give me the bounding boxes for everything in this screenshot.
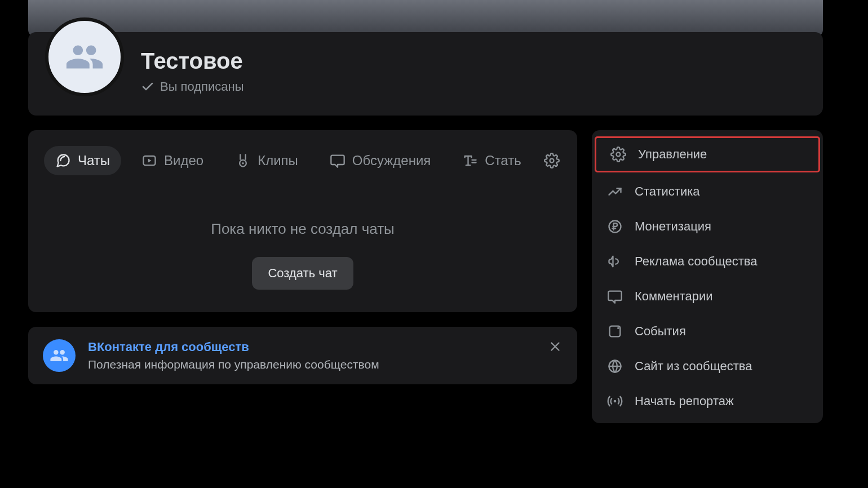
subscribed-label: Вы подписаны bbox=[160, 79, 244, 94]
group-avatar[interactable] bbox=[45, 17, 124, 96]
tab-video[interactable]: Видео bbox=[130, 146, 215, 175]
discussions-icon bbox=[330, 153, 346, 168]
empty-state: Пока никто не создал чаты Создать чат bbox=[44, 220, 561, 290]
tab-chats[interactable]: Чаты bbox=[44, 146, 121, 175]
menu-ads-label: Реклама сообщества bbox=[635, 254, 758, 269]
comment-icon bbox=[606, 288, 623, 305]
empty-message: Пока никто не создал чаты bbox=[44, 220, 561, 238]
video-icon bbox=[141, 153, 157, 168]
menu-events-label: События bbox=[635, 324, 686, 339]
tab-clips-label: Клипы bbox=[258, 153, 298, 168]
menu-monetization-label: Монетизация bbox=[635, 219, 711, 234]
content-tabs-card: Чаты Видео Клипы Обсуждения bbox=[28, 130, 577, 312]
ruble-icon bbox=[606, 218, 623, 235]
clips-icon bbox=[235, 153, 251, 168]
megaphone-icon bbox=[606, 253, 623, 270]
menu-live[interactable]: Начать репортаж bbox=[592, 384, 823, 419]
menu-stats-label: Статистика bbox=[635, 184, 700, 199]
group-title: Тестовое bbox=[141, 48, 244, 74]
globe-icon bbox=[606, 358, 623, 375]
stats-icon bbox=[606, 183, 623, 200]
broadcast-icon bbox=[606, 393, 623, 410]
svg-point-4 bbox=[550, 159, 554, 163]
promo-subtitle: Полезная информация по управлению сообще… bbox=[88, 358, 379, 371]
check-icon bbox=[141, 80, 154, 94]
menu-comments-label: Комментарии bbox=[635, 289, 713, 304]
promo-title: ВКонтакте для сообществ bbox=[88, 340, 379, 354]
articles-icon bbox=[462, 153, 478, 168]
menu-site-label: Сайт из сообщества bbox=[635, 359, 752, 374]
tab-articles-label: Стать bbox=[485, 153, 521, 168]
gear-icon bbox=[610, 146, 627, 163]
events-icon bbox=[606, 323, 623, 340]
menu-manage[interactable]: Управление bbox=[595, 137, 820, 172]
people-icon bbox=[50, 346, 69, 365]
sidebar-menu: Управление Статистика Монетизация bbox=[592, 130, 823, 423]
menu-events[interactable]: События bbox=[592, 314, 823, 349]
menu-live-label: Начать репортаж bbox=[635, 394, 734, 409]
tab-articles[interactable]: Стать bbox=[451, 146, 532, 175]
subscribed-status[interactable]: Вы подписаны bbox=[141, 79, 244, 94]
promo-avatar bbox=[43, 339, 76, 372]
svg-point-12 bbox=[614, 400, 617, 403]
menu-monetization[interactable]: Монетизация bbox=[592, 209, 823, 244]
promo-card[interactable]: ВКонтакте для сообществ Полезная информа… bbox=[28, 327, 577, 384]
svg-marker-1 bbox=[148, 159, 152, 163]
tab-video-label: Видео bbox=[164, 153, 203, 168]
cover-image bbox=[28, 0, 823, 37]
menu-ads[interactable]: Реклама сообщества bbox=[592, 244, 823, 279]
chats-icon bbox=[55, 153, 71, 168]
tabs-settings-button[interactable] bbox=[542, 151, 561, 170]
menu-manage-label: Управление bbox=[638, 147, 707, 162]
svg-point-10 bbox=[617, 327, 619, 329]
tab-chats-label: Чаты bbox=[78, 153, 110, 168]
tab-clips[interactable]: Клипы bbox=[224, 146, 309, 175]
svg-point-3 bbox=[242, 162, 244, 165]
create-chat-button[interactable]: Создать чат bbox=[252, 257, 353, 290]
close-icon bbox=[548, 339, 563, 354]
tab-row: Чаты Видео Клипы Обсуждения bbox=[44, 146, 561, 175]
people-icon bbox=[65, 37, 104, 77]
tab-discussions[interactable]: Обсуждения bbox=[318, 146, 442, 175]
svg-point-7 bbox=[617, 153, 621, 157]
gear-icon bbox=[544, 153, 560, 168]
group-header: Тестовое Вы подписаны bbox=[28, 32, 823, 116]
tab-discussions-label: Обсуждения bbox=[352, 153, 431, 168]
menu-stats[interactable]: Статистика bbox=[592, 174, 823, 209]
promo-close-button[interactable] bbox=[548, 339, 565, 356]
menu-comments[interactable]: Комментарии bbox=[592, 279, 823, 314]
menu-site[interactable]: Сайт из сообщества bbox=[592, 349, 823, 384]
